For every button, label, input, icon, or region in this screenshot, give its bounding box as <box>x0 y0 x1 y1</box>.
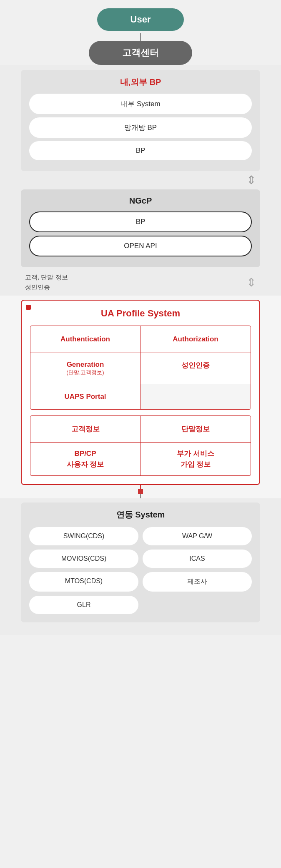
bp-item-2: BP <box>29 141 252 160</box>
auth-adult-cell: 성인인증 <box>140 353 251 384</box>
data-extra-service-line2: 가입 정보 <box>145 459 246 470</box>
bottom-connector-line2 <box>140 494 141 498</box>
auth-authorization-cell: Authorization <box>140 326 251 353</box>
yondong-grid: SWING(CDS) WAP G/W MOVIOS(CDS) ICAS MTOS… <box>29 527 252 614</box>
yondong-item-6: GLR <box>29 596 138 614</box>
ua-profile-section: UA Profile System Authentication Authori… <box>21 300 260 485</box>
side-arrow-icon: ⇕ <box>246 276 256 289</box>
yondong-item-1: WAP G/W <box>143 527 252 545</box>
data-extra-service-line1: 부가 서비스 <box>145 448 246 459</box>
double-arrow-container: ⇕ <box>21 174 260 186</box>
yondong-title: 연동 System <box>29 509 252 520</box>
yondong-item-4: MTOS(CDS) <box>29 572 138 592</box>
auth-generation-main: Generation <box>35 361 136 369</box>
bottom-dot <box>138 489 143 494</box>
data-bpcp-line1: BP/CP <box>35 448 136 459</box>
ngcp-item-1: OPEN API <box>29 236 252 256</box>
info-text: 고객, 단말 정보 성인인증 <box>25 272 68 292</box>
ngcp-title: NGcP <box>29 196 252 206</box>
yondong-item-5: 제조사 <box>143 572 252 592</box>
auth-authentication-cell: Authentication <box>30 326 140 353</box>
ua-red-dot <box>26 305 31 310</box>
yondong-item-2: MOVIOS(CDS) <box>29 550 138 568</box>
double-arrow-icon: ⇕ <box>246 174 256 186</box>
auth-generation-sub: (단말,고객정보) <box>35 369 136 376</box>
user-box: User <box>97 8 184 31</box>
ua-title: UA Profile System <box>30 308 251 319</box>
ngcp-item-0: BP <box>29 211 252 232</box>
bp-section-title: 내,외부 BP <box>29 77 252 88</box>
data-bpcp-line2: 사용자 정보 <box>35 459 136 470</box>
gocenter-box: 고객센터 <box>89 41 192 65</box>
bp-item-1: 망개방 BP <box>29 117 252 138</box>
auth-uaps-portal-cell: UAPS Portal <box>30 384 140 409</box>
yondong-item-0: SWING(CDS) <box>29 527 138 545</box>
bp-item-0: 내부 System <box>29 94 252 114</box>
connector-line <box>140 33 141 41</box>
yondong-item-3: ICAS <box>143 550 252 568</box>
bottom-connector-line <box>140 485 141 489</box>
data-customer-info: 고객정보 <box>30 416 140 442</box>
data-device-info: 단말정보 <box>140 416 251 442</box>
